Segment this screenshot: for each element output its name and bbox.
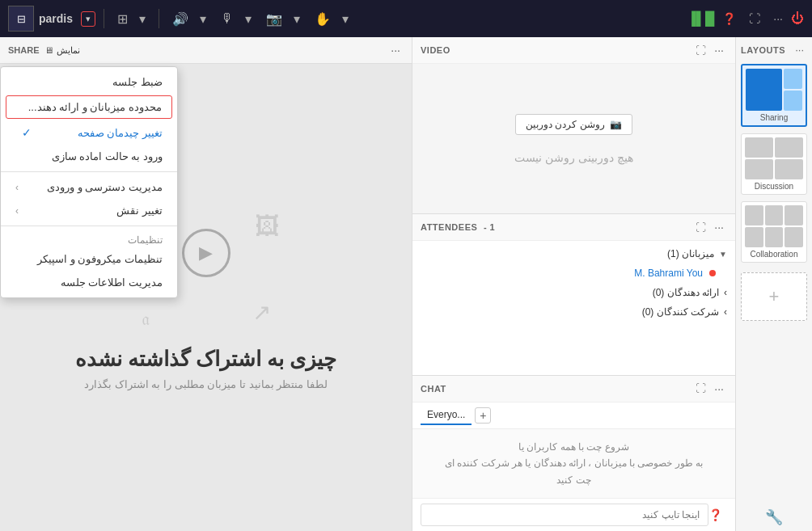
topbar: ⊟ pardis ▾ ⊞ ▾ 🔊 ▾ 🎙 ▾ 📷 ▾ ✋ ▾ ▐▌█ ❓ ⛶ ·… (0, 0, 812, 37)
apps-dropdown-icon[interactable]: ▾ (134, 8, 150, 30)
chat-tab-everyone[interactable]: Everyo... (421, 406, 472, 425)
topbar-audio-group: 🔊 ▾ (167, 8, 211, 30)
layout-thumb-collab (745, 205, 803, 247)
chat-panel-header: CHAT ⛶ ··· (412, 376, 735, 402)
menu-item-layout[interactable]: تغییر چیدمان صفحه ✓ (1, 120, 177, 145)
check-icon: ✓ (22, 126, 32, 139)
menu-item-record[interactable]: ضبط جلسه (1, 70, 177, 94)
video-content: 📷 روشن کردن دوربین هیچ دوربینی روشن نیست (412, 64, 735, 213)
lt-d2 (775, 137, 803, 158)
menu-divider1 (1, 171, 177, 172)
dropdown-menu: ضبط جلسه محدوده میزبانان و ارائه دهند...… (0, 66, 178, 298)
participants-label: شرکت کنندگان (0) (642, 306, 719, 318)
lt-c3 (785, 205, 803, 225)
chat-more-icon[interactable]: ··· (711, 381, 727, 397)
leave-icon[interactable]: ⏻ (791, 11, 804, 26)
layouts-title: LAYOUTS (741, 45, 785, 55)
menu-item-access[interactable]: مدیریت دسترسی و ورودی › (1, 175, 177, 199)
chat-panel-title: CHAT (421, 384, 696, 394)
main-layout: SHARE 🖥 نمایش ··· ضبط جلسه محدوده میزبان… (0, 37, 812, 531)
participants-group-header[interactable]: › شرکت کنندگان (0) (412, 302, 735, 322)
chat-input-area: ❓ (412, 498, 735, 531)
help-icon[interactable]: ❓ (717, 9, 741, 28)
screen-icon: 🖥 (44, 45, 53, 55)
menu-item-audio-settings[interactable]: تنظیمات میکروفون و اسپیکر (1, 247, 177, 271)
attendees-header-icons: ⛶ ··· (696, 219, 727, 235)
presenters-group-header[interactable]: › ارائه دهندگان (0) (412, 283, 735, 302)
participants-arrow-icon: › (724, 306, 727, 318)
topbar-mic-group: 🎙 ▾ (216, 8, 256, 30)
lt-c6 (785, 227, 803, 247)
no-cam-text: هیچ دوربینی روشن نیست (514, 151, 633, 164)
attendees-expand-icon[interactable]: ⛶ (696, 221, 706, 234)
mic-dropdown-icon[interactable]: ▾ (240, 8, 256, 30)
video-panel: VIDEO ⛶ ··· 📷 روشن کردن دوربین هیچ دوربی… (412, 37, 735, 214)
menu-item-hosts[interactable]: محدوده میزبانان و ارائه دهند... (6, 95, 172, 119)
view-label: نمایش (57, 45, 80, 56)
hosts-group-header[interactable]: ▼ میزبانان (1) (412, 244, 735, 263)
layouts-bottom-icon[interactable]: 🔧 (741, 508, 807, 526)
fullscreen-icon[interactable]: ⛶ (744, 9, 765, 28)
hand-dropdown-icon[interactable]: ▾ (337, 8, 353, 30)
cam-dropdown-icon[interactable]: ▾ (289, 8, 305, 30)
video-expand-icon[interactable]: ⛶ (696, 44, 706, 57)
share-more-icon[interactable]: ··· (387, 42, 404, 58)
share-label: SHARE (8, 45, 40, 55)
layout-card-collaboration[interactable]: Collaboration (741, 201, 807, 263)
chat-header-icons: ⛶ ··· (696, 381, 727, 397)
discussion-layout-name: Discussion (745, 182, 803, 191)
topbar-right: ▐▌█ ❓ ⛶ ··· ⏻ (687, 9, 804, 28)
layout-card-discussion[interactable]: Discussion (741, 133, 807, 195)
arrow-icon-role: › (15, 205, 19, 217)
deco-image-icon: 🖼 (255, 213, 279, 240)
arrow-icon-access: › (15, 182, 19, 193)
chat-tabs: Everyo... + (412, 402, 735, 429)
play-button-deco: ▶ (182, 229, 230, 277)
brand-dropdown-btn[interactable]: ▾ (81, 11, 95, 27)
chat-input[interactable] (421, 504, 708, 526)
more-options-icon[interactable]: ··· (768, 9, 788, 28)
layout-thumb-sharing (746, 69, 802, 111)
layouts-panel: LAYOUTS ··· Sharing Discussion (735, 37, 812, 531)
layouts-header: LAYOUTS ··· (741, 42, 807, 57)
presenters-label: ارائه دهندگان (0) (653, 287, 719, 298)
lt-c1 (745, 205, 763, 225)
app-brand: pardis (39, 12, 73, 25)
lt-side1 (784, 69, 802, 89)
speaker-icon[interactable]: 🔊 (167, 8, 193, 30)
left-panel-header: SHARE 🖥 نمایش ··· (0, 37, 412, 64)
turn-on-camera-btn[interactable]: 📷 روشن کردن دوربین (515, 114, 632, 135)
video-more-icon[interactable]: ··· (711, 42, 727, 58)
menu-item-role[interactable]: تغییر نقش › (1, 199, 177, 222)
app-logo: ⊟ (8, 6, 34, 32)
deco-cursor-icon: ↗ (252, 299, 271, 326)
menu-item-ready[interactable]: ورود به حالت اماده سازی (1, 145, 177, 168)
topbar-cam-group: 📷 ▾ (261, 8, 305, 30)
chat-help-icon[interactable]: ❓ (708, 508, 722, 521)
attendee-status-dot (709, 270, 716, 276)
speaker-dropdown-icon[interactable]: ▾ (195, 8, 211, 30)
add-layout-btn[interactable]: + (741, 272, 807, 321)
topbar-sep2 (159, 9, 159, 28)
attendees-panel-header: ATTENDEES - 1 ⛶ ··· (412, 214, 735, 241)
mic-icon[interactable]: 🎙 (216, 8, 239, 29)
chat-expand-icon[interactable]: ⛶ (696, 382, 706, 394)
chat-add-tab-btn[interactable]: + (475, 407, 491, 424)
topbar-sep1 (104, 9, 104, 28)
layout-card-sharing[interactable]: Sharing (741, 64, 807, 127)
attendee-item-host: M. Bahrami You (412, 263, 735, 283)
lt-main (746, 69, 782, 111)
apps-icon[interactable]: ⊞ (112, 8, 133, 30)
lt-c5 (765, 227, 784, 247)
attendees-more-icon[interactable]: ··· (711, 219, 727, 235)
layouts-more-icon[interactable]: ··· (792, 42, 807, 57)
lt-d1 (745, 137, 773, 158)
cam-icon[interactable]: 📷 (261, 8, 287, 30)
presenters-arrow-icon: › (724, 287, 727, 298)
chat-panel: CHAT ⛶ ··· Everyo... + شروع چت با همه کا… (412, 376, 735, 531)
lt-c4 (745, 227, 763, 247)
video-panel-header: VIDEO ⛶ ··· (412, 37, 735, 64)
hand-icon[interactable]: ✋ (310, 8, 336, 30)
chat-content: شروع چت با همه کاربران یا به طور خصوصی ب… (412, 429, 735, 498)
menu-item-session-info[interactable]: مدیریت اطلاعات جلسه (1, 271, 177, 294)
